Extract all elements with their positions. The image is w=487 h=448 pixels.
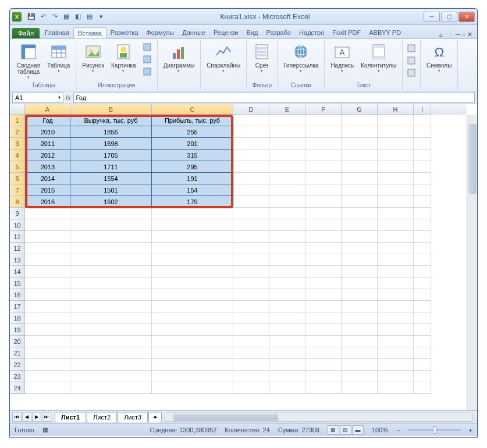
cell-I13[interactable] (414, 254, 431, 266)
cell-B4[interactable]: 1705 (70, 150, 152, 161)
cell-B1[interactable]: Выручка, тыс. руб (70, 115, 152, 126)
zoom-in-button[interactable]: + (469, 426, 472, 433)
cell-E9[interactable] (269, 208, 305, 219)
pivot-button[interactable]: Сводная таблица▾ (15, 41, 42, 81)
cell-E20[interactable] (269, 336, 305, 347)
row-header-16[interactable]: 16 (10, 289, 25, 301)
cell-D18[interactable] (233, 312, 269, 324)
cell-F8[interactable] (305, 196, 342, 208)
cell-A9[interactable] (25, 208, 70, 219)
ribbon-tab-9[interactable]: Foxit PDF (328, 27, 365, 38)
cell-B5[interactable]: 1711 (70, 161, 152, 173)
cell-B19[interactable] (70, 324, 152, 336)
cell-B23[interactable] (70, 371, 152, 382)
cell-F22[interactable] (305, 359, 342, 371)
maximize-button[interactable]: ▢ (441, 12, 457, 22)
cell-H10[interactable] (378, 219, 414, 231)
cell-I9[interactable] (414, 208, 431, 219)
ribbon-tab-2[interactable]: Разметка (106, 27, 143, 38)
cell-A24[interactable] (25, 382, 70, 394)
cell-G6[interactable] (342, 173, 378, 184)
zoom-slider[interactable] (408, 429, 461, 431)
cell-F13[interactable] (305, 254, 342, 266)
column-header-G[interactable]: G (342, 104, 378, 115)
shapes-button[interactable] (141, 41, 154, 53)
cell-B11[interactable] (70, 231, 152, 243)
cell-C22[interactable] (152, 359, 233, 371)
row-header-7[interactable]: 7 (10, 184, 25, 196)
symbols-button[interactable]: ΩСимволы▾ (424, 41, 454, 74)
file-tab[interactable]: Файл (12, 28, 40, 38)
cell-D1[interactable] (233, 115, 269, 126)
cell-I15[interactable] (414, 278, 431, 289)
cell-C15[interactable] (152, 278, 233, 289)
cell-E7[interactable] (269, 184, 305, 196)
cell-B10[interactable] (70, 219, 152, 231)
row-header-17[interactable]: 17 (10, 301, 25, 312)
cell-D12[interactable] (233, 243, 269, 254)
cell-B14[interactable] (70, 266, 152, 278)
cell-G15[interactable] (342, 278, 378, 289)
cell-D3[interactable] (233, 138, 269, 150)
cell-C4[interactable]: 315 (152, 150, 233, 161)
save-button[interactable]: 💾 (26, 12, 37, 22)
cell-C18[interactable] (152, 312, 233, 324)
cell-G7[interactable] (342, 184, 378, 196)
column-header-B[interactable]: B (70, 104, 152, 115)
row-header-6[interactable]: 6 (10, 173, 25, 184)
cell-B15[interactable] (70, 278, 152, 289)
cell-C7[interactable]: 154 (152, 184, 233, 196)
cell-D11[interactable] (233, 231, 269, 243)
cell-E15[interactable] (269, 278, 305, 289)
ribbon-tab-5[interactable]: Рецензи (209, 27, 243, 38)
cell-I22[interactable] (414, 359, 431, 371)
workbook-restore-icon[interactable]: ▫ (463, 31, 465, 38)
formula-input[interactable]: Год (73, 93, 475, 103)
cell-A20[interactable] (25, 336, 70, 347)
cell-G17[interactable] (342, 301, 378, 312)
cell-F2[interactable] (305, 126, 342, 138)
cell-E10[interactable] (269, 219, 305, 231)
ribbon-tab-4[interactable]: Данные (178, 27, 209, 38)
cell-A1[interactable]: Год (25, 115, 70, 126)
cell-H18[interactable] (378, 312, 414, 324)
cell-G2[interactable] (342, 126, 378, 138)
cell-F5[interactable] (305, 161, 342, 173)
cell-E21[interactable] (269, 347, 305, 359)
cell-I24[interactable] (414, 382, 431, 394)
cell-E14[interactable] (269, 266, 305, 278)
cell-D19[interactable] (233, 324, 269, 336)
cell-H2[interactable] (378, 126, 414, 138)
cell-I4[interactable] (414, 150, 431, 161)
cell-I1[interactable] (414, 115, 431, 126)
cell-E5[interactable] (269, 161, 305, 173)
name-box[interactable]: A1▾ (12, 93, 63, 103)
cell-D4[interactable] (233, 150, 269, 161)
row-header-23[interactable]: 23 (10, 371, 25, 382)
cell-H19[interactable] (378, 324, 414, 336)
cell-H5[interactable] (378, 161, 414, 173)
cell-B20[interactable] (70, 336, 152, 347)
row-header-22[interactable]: 22 (10, 359, 25, 371)
cell-F4[interactable] (305, 150, 342, 161)
cell-C10[interactable] (152, 219, 233, 231)
cell-A15[interactable] (25, 278, 70, 289)
cell-D24[interactable] (233, 382, 269, 394)
cell-D17[interactable] (233, 301, 269, 312)
workbook-close-icon[interactable]: ✕ (467, 31, 472, 38)
cell-B22[interactable] (70, 359, 152, 371)
view-layout-button[interactable]: ▤ (340, 425, 351, 435)
cell-A18[interactable] (25, 312, 70, 324)
screenshot-button[interactable] (141, 66, 154, 77)
fx-icon[interactable]: fx (66, 94, 71, 101)
ribbon-tab-0[interactable]: Главная (41, 27, 73, 38)
column-header-D[interactable]: D (233, 104, 269, 115)
cell-D8[interactable] (233, 196, 269, 208)
cell-B12[interactable] (70, 243, 152, 254)
cell-G23[interactable] (342, 371, 378, 382)
column-header-C[interactable]: C (152, 104, 233, 115)
cell-G21[interactable] (342, 347, 378, 359)
cell-C16[interactable] (152, 289, 233, 301)
cell-F9[interactable] (305, 208, 342, 219)
cell-E11[interactable] (269, 231, 305, 243)
